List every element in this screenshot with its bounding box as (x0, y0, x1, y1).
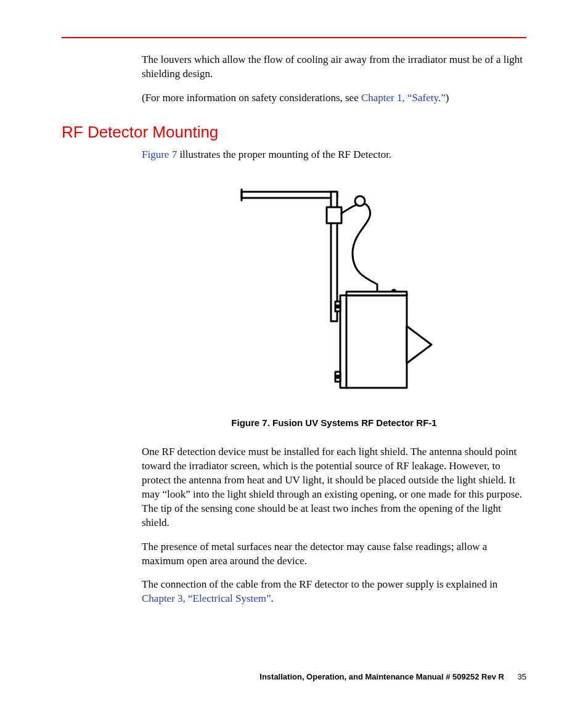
paragraph-metal-surfaces: The presence of metal surfaces near the … (142, 540, 526, 568)
page: The louvers which allow the flow of cool… (0, 0, 588, 706)
svg-rect-0 (242, 192, 337, 198)
body-column: The louvers which allow the flow of cool… (142, 53, 526, 105)
paragraph-safety-xref: (For more information on safety consider… (142, 91, 526, 105)
heading-rf-detector-mounting: RF Detector Mounting (62, 123, 526, 142)
footer-manual-title: Installation, Operation, and Maintenance… (259, 672, 504, 681)
paragraph-one-rf-device: One RF detection device must be installe… (142, 445, 526, 530)
header-rule (62, 37, 526, 38)
text: . (271, 593, 274, 604)
footer-page-number: 35 (518, 672, 526, 681)
svg-point-12 (337, 376, 339, 378)
text: illustrates the proper mounting of the R… (177, 149, 391, 160)
xref-figure-7[interactable]: Figure 7 (142, 149, 177, 160)
xref-chapter1-safety[interactable]: Chapter 1, “Safety.” (361, 92, 446, 104)
text: The connection of the cable from the RF … (142, 578, 497, 590)
body-column: Figure 7 illustrates the proper mounting… (142, 148, 526, 607)
svg-rect-8 (346, 292, 407, 295)
paragraph-louvers: The louvers which allow the flow of cool… (142, 53, 526, 81)
paragraph-figure-intro: Figure 7 illustrates the proper mounting… (142, 148, 526, 162)
svg-rect-3 (327, 207, 341, 223)
paragraph-cable-connection: The connection of the cable from the RF … (142, 578, 526, 606)
xref-chapter3-electrical[interactable]: Chapter 3, “Electrical System” (142, 593, 271, 604)
svg-point-11 (337, 305, 339, 308)
text: ) (446, 92, 449, 104)
svg-point-5 (355, 196, 365, 206)
figure-7 (142, 179, 526, 406)
page-footer: Installation, Operation, and Maintenance… (259, 672, 526, 681)
figure-7-caption: Figure 7. Fusion UV Systems RF Detector … (142, 417, 526, 429)
text: (For more information on safety consider… (142, 92, 361, 104)
svg-rect-6 (340, 295, 407, 388)
rf-detector-illustration (223, 179, 445, 401)
